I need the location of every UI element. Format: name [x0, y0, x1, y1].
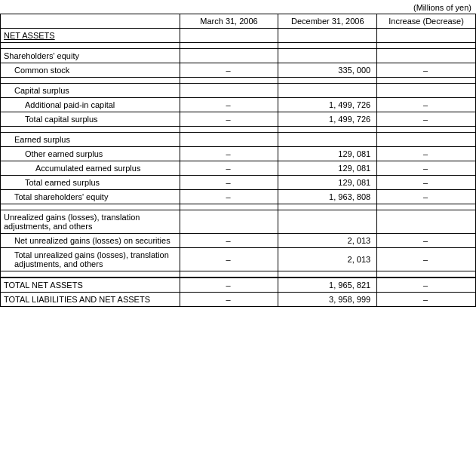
units-label: (Millions of yen) — [0, 0, 476, 14]
row-march-common-stock: – — [180, 63, 278, 78]
table-row: Unrealized gains (losses), translation a… — [1, 210, 476, 234]
row-december-shareholders-equity-header — [278, 49, 377, 63]
row-label-total-shareholders: Total shareholders' equity — [1, 190, 180, 204]
row-increase-total-unrealized: – — [377, 248, 476, 271]
row-label-total-liabilities-net: TOTAL LIABILITIES AND NET ASSETS — [1, 292, 180, 306]
main-container: (Millions of yen) March 31, 2006 Decembe… — [0, 0, 476, 307]
row-december-total-net-assets: 1, 965, 821 — [278, 277, 377, 293]
row-label-capital-surplus-header: Capital surplus — [1, 84, 180, 98]
table-row: Net unrealized gains (losses) on securit… — [1, 234, 476, 248]
row-march-unrealized-header — [180, 210, 278, 234]
row-increase-total-liabilities-net: – — [377, 292, 476, 306]
row-march-total-unrealized: – — [180, 248, 278, 271]
row-march-shareholders-equity-header — [180, 49, 278, 63]
row-increase-earned-surplus-header — [377, 133, 476, 147]
header-label — [1, 14, 180, 29]
table-row: Accumulated earned surplus–129, 081– — [1, 161, 476, 176]
row-march-net-unrealized: – — [180, 234, 278, 248]
header-december: December 31, 2006 — [278, 14, 377, 29]
row-increase-net-assets-header — [377, 29, 476, 43]
row-march-total-shareholders: – — [180, 190, 278, 204]
row-december-total-unrealized: 2, 013 — [278, 248, 377, 271]
gap-row — [1, 43, 476, 49]
table-row: Shareholders' equity — [1, 49, 476, 63]
row-label-earned-surplus-header: Earned surplus — [1, 133, 180, 147]
row-march-net-assets-header — [180, 29, 278, 43]
row-label-total-capital-surplus: Total capital surplus — [1, 112, 180, 127]
row-increase-total-earned-surplus: – — [377, 176, 476, 190]
row-increase-other-earned-surplus: – — [377, 147, 476, 161]
row-december-common-stock: 335, 000 — [278, 63, 377, 78]
row-increase-shareholders-equity-header — [377, 49, 476, 63]
row-december-net-unrealized: 2, 013 — [278, 234, 377, 248]
row-increase-unrealized-header — [377, 210, 476, 234]
row-increase-common-stock: – — [377, 63, 476, 78]
row-march-total-liabilities-net: – — [180, 292, 278, 306]
row-label-total-earned-surplus: Total earned surplus — [1, 176, 180, 190]
row-december-additional-paid-in: 1, 499, 726 — [278, 98, 377, 112]
row-march-total-capital-surplus: – — [180, 112, 278, 127]
row-label-common-stock: Common stock — [1, 63, 180, 78]
row-december-accumulated-earned: 129, 081 — [278, 161, 377, 176]
row-increase-total-capital-surplus: – — [377, 112, 476, 127]
row-label-accumulated-earned: Accumulated earned surplus — [1, 161, 180, 176]
table-row: Earned surplus — [1, 133, 476, 147]
table-row: Capital surplus — [1, 84, 476, 98]
gap-row — [1, 127, 476, 133]
row-december-capital-surplus-header — [278, 84, 377, 98]
row-march-capital-surplus-header — [180, 84, 278, 98]
row-december-other-earned-surplus: 129, 081 — [278, 147, 377, 161]
gap-row — [1, 78, 476, 84]
row-december-total-capital-surplus: 1, 499, 726 — [278, 112, 377, 127]
row-march-additional-paid-in: – — [180, 98, 278, 112]
row-label-total-unrealized: Total unrealized gains (losses), transla… — [1, 248, 180, 271]
row-increase-capital-surplus-header — [377, 84, 476, 98]
row-label-shareholders-equity-header: Shareholders' equity — [1, 49, 180, 63]
table-row: TOTAL LIABILITIES AND NET ASSETS–3, 958,… — [1, 292, 476, 306]
row-label-other-earned-surplus: Other earned surplus — [1, 147, 180, 161]
table-row: Total shareholders' equity–1, 963, 808– — [1, 190, 476, 204]
financial-table: March 31, 2006 December 31, 2006 Increas… — [0, 14, 476, 307]
table-row: TOTAL NET ASSETS–1, 965, 821– — [1, 277, 476, 293]
table-row: Total unrealized gains (losses), transla… — [1, 248, 476, 271]
table-row: Total capital surplus–1, 499, 726– — [1, 112, 476, 127]
header-march: March 31, 2006 — [180, 14, 278, 29]
row-increase-accumulated-earned: – — [377, 161, 476, 176]
row-december-unrealized-header — [278, 210, 377, 234]
row-label-additional-paid-in: Additional paid-in capital — [1, 98, 180, 112]
row-december-total-shareholders: 1, 963, 808 — [278, 190, 377, 204]
row-december-total-liabilities-net: 3, 958, 999 — [278, 292, 377, 306]
header-row: March 31, 2006 December 31, 2006 Increas… — [1, 14, 476, 29]
row-march-total-earned-surplus: – — [180, 176, 278, 190]
gap-row — [1, 204, 476, 210]
row-december-total-earned-surplus: 129, 081 — [278, 176, 377, 190]
table-row: Additional paid-in capital–1, 499, 726– — [1, 98, 476, 112]
row-label-unrealized-header: Unrealized gains (losses), translation a… — [1, 210, 180, 234]
row-december-earned-surplus-header — [278, 133, 377, 147]
row-label-total-net-assets: TOTAL NET ASSETS — [1, 277, 180, 293]
table-row: NET ASSETS — [1, 29, 476, 43]
row-increase-total-shareholders: – — [377, 190, 476, 204]
row-increase-additional-paid-in: – — [377, 98, 476, 112]
row-march-accumulated-earned: – — [180, 161, 278, 176]
table-row: Total earned surplus–129, 081– — [1, 176, 476, 190]
header-increase: Increase (Decrease) — [377, 14, 476, 29]
row-march-total-net-assets: – — [180, 277, 278, 293]
gap-row — [1, 271, 476, 277]
row-increase-total-net-assets: – — [377, 277, 476, 293]
row-march-other-earned-surplus: – — [180, 147, 278, 161]
table-row: Other earned surplus–129, 081– — [1, 147, 476, 161]
row-label-net-unrealized: Net unrealized gains (losses) on securit… — [1, 234, 180, 248]
row-march-earned-surplus-header — [180, 133, 278, 147]
row-increase-net-unrealized: – — [377, 234, 476, 248]
table-row: Common stock–335, 000– — [1, 63, 476, 78]
row-label-net-assets-header: NET ASSETS — [1, 29, 180, 43]
row-december-net-assets-header — [278, 29, 377, 43]
